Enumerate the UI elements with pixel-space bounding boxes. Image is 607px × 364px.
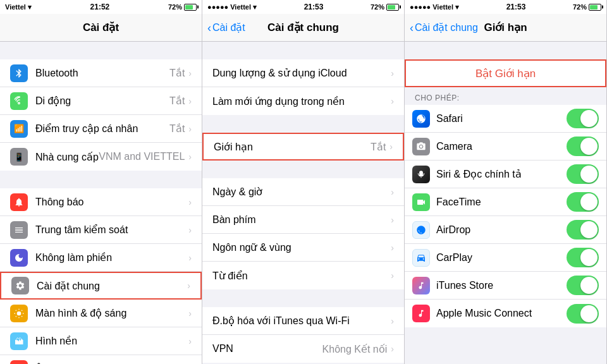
panel-general: ●●●●● Viettel ▾ 21:53 72% ‹ Cài đặt Cài … [202, 0, 405, 364]
safari-icon [412, 110, 430, 128]
carplay-toggle[interactable] [567, 248, 599, 267]
general-group-1: Dung lượng & sử dụng iCloud › Làm mới ứn… [202, 59, 404, 115]
row-carplay[interactable]: CarPlay [405, 244, 606, 272]
row-ban-phim[interactable]: Bàn phím › [202, 206, 404, 234]
ngay-gio-chevron: › [391, 187, 394, 197]
row-di-dong[interactable]: Di động Tắt › [0, 87, 202, 115]
restrictions-group: Safari Camera Siri & Đọc chính tả [405, 105, 606, 327]
hinh-nen-chevron: › [188, 336, 192, 346]
safari-toggle[interactable] [567, 109, 599, 128]
itunes-icon [412, 277, 430, 294]
row-ngay-gio[interactable]: Ngày & giờ › [202, 178, 404, 206]
battery-icon-3 [589, 4, 601, 11]
row-nha-cung-cap[interactable]: 📱 Nhà cung cấp VNM and VIETTEL › [0, 143, 202, 171]
khong-lam-phien-chevron: › [188, 253, 192, 263]
nav-bar-1: Cài đặt [0, 14, 202, 42]
cai-dat-chung-icon [11, 277, 29, 294]
sep-g1 [202, 115, 404, 133]
wifi-icon-1: ▾ [28, 3, 32, 11]
row-am-thanh[interactable]: Âm thanh › [0, 355, 202, 364]
itunes-toggle[interactable] [567, 276, 599, 295]
khong-lam-phien-icon [10, 249, 28, 267]
thong-bao-label: Thông báo [35, 197, 188, 208]
di-dong-label: Di động [35, 95, 169, 107]
row-airdrop[interactable]: AirDrop [405, 216, 606, 244]
row-safari[interactable]: Safari [405, 105, 606, 133]
sep-1 [0, 171, 202, 188]
ngay-gio-label: Ngày & giờ [212, 186, 391, 198]
cai-dat-chung-chevron: › [187, 281, 190, 291]
carplay-label: CarPlay [436, 252, 567, 264]
general-list: Dung lượng & sử dụng iCloud › Làm mới ứn… [202, 42, 404, 364]
ban-phim-label: Bàn phím [212, 214, 391, 226]
row-dbhoa[interactable]: Đ.bộ hóa với iTunes qua Wi-Fi › [202, 307, 404, 335]
row-diem-truy-cap[interactable]: 📶 Điểm truy cập cá nhân Tắt › [0, 115, 202, 143]
status-right-3: 72% [573, 3, 601, 11]
status-right-1: 72% [168, 3, 197, 11]
gioi-han-value: Tắt [371, 141, 386, 153]
facetime-toggle[interactable] [567, 192, 599, 212]
battery-pct-1: 72% [168, 3, 182, 11]
airdrop-toggle[interactable] [567, 220, 599, 240]
apple-music-toggle[interactable] [567, 304, 599, 324]
tu-dien-label: Từ điển [212, 270, 391, 282]
row-bluetooth[interactable]: Bluetooth Tắt › [0, 59, 202, 87]
row-apple-music[interactable]: Apple Music Connect [405, 300, 606, 327]
trung-tam-label: Trung tâm kiểm soát [35, 224, 188, 236]
row-trung-tam[interactable]: Trung tâm kiểm soát › [0, 216, 202, 244]
row-siri[interactable]: Siri & Đọc chính tả [405, 161, 606, 188]
vpn-chevron: › [391, 344, 394, 354]
airdrop-label: AirDrop [436, 224, 567, 236]
row-facetime[interactable]: FaceTime [405, 188, 606, 216]
back-chevron-3: ‹ [410, 22, 414, 33]
cho-phep-header: CHO PHÉP: [405, 87, 606, 105]
airdrop-icon [412, 221, 430, 239]
nha-cung-cap-label: Nhà cung cấp [35, 151, 99, 163]
enable-btn-row[interactable]: Bật Giới hạn [405, 59, 606, 87]
row-man-hinh[interactable]: Màn hình & độ sáng › [0, 300, 202, 327]
status-bar-1: Viettel ▾ 21:52 72% [0, 0, 202, 14]
trung-tam-icon [10, 221, 28, 239]
battery-icon-1 [184, 4, 197, 11]
bluetooth-value: Tắt [169, 67, 185, 79]
row-cai-dat-chung[interactable]: Cài đặt chung › [0, 272, 202, 300]
wifi-icon-3: ▾ [455, 3, 459, 11]
sep-g0 [202, 42, 404, 59]
row-camera[interactable]: Camera [405, 133, 606, 161]
dbhoa-label: Đ.bộ hóa với iTunes qua Wi-Fi [212, 315, 391, 327]
carrier-2: Viettel [230, 3, 251, 11]
cai-dat-chung-label: Cài đặt chung [37, 280, 187, 292]
enable-group: Bật Giới hạn [405, 59, 606, 87]
row-dung-luong[interactable]: Dung lượng & sử dụng iCloud › [202, 59, 404, 87]
diem-truy-cap-value: Tắt [169, 123, 185, 135]
row-ngon-ngu[interactable]: Ngôn ngữ & vùng › [202, 234, 404, 262]
row-itunes[interactable]: iTunes Store [405, 272, 606, 300]
nha-cung-cap-icon: 📱 [10, 148, 28, 166]
row-khong-lam-phien[interactable]: Không làm phiền › [0, 244, 202, 272]
row-tu-dien[interactable]: Từ điển › [202, 262, 404, 289]
ngon-ngu-chevron: › [391, 243, 394, 253]
gioi-han-label: Giới hạn [214, 141, 371, 153]
general-group-3: Ngày & giờ › Bàn phím › Ngôn ngữ & vùng … [202, 178, 404, 289]
siri-toggle[interactable] [567, 164, 599, 184]
back-button-2[interactable]: ‹ Cài đặt [207, 21, 245, 33]
diem-truy-cap-chevron: › [188, 124, 192, 134]
sep-0 [0, 42, 202, 59]
general-group-2: Giới hạn Tắt › [202, 133, 404, 161]
time-1: 21:52 [90, 3, 110, 11]
row-gioi-han[interactable]: Giới hạn Tắt › [202, 133, 404, 161]
dung-luong-chevron: › [391, 68, 394, 78]
row-thong-bao[interactable]: Thông báo › [0, 188, 202, 216]
gioi-han-chevron: › [389, 142, 393, 152]
row-vpn[interactable]: VPN Không Kết nối › [202, 335, 404, 363]
carrier-1: Viettel [5, 3, 26, 11]
facetime-icon [412, 193, 430, 211]
row-hinh-nen[interactable]: 🏔 Hình nền › [0, 327, 202, 355]
back-label-3: Cài đặt chung [415, 21, 478, 33]
sep-r0 [405, 42, 606, 59]
back-button-3[interactable]: ‹ Cài đặt chung [410, 21, 478, 33]
row-lam-moi[interactable]: Làm mới ứng dụng trong nền › [202, 87, 404, 115]
camera-toggle[interactable] [567, 136, 599, 156]
status-bar-2: ●●●●● Viettel ▾ 21:53 72% [202, 0, 404, 14]
nha-cung-cap-chevron: › [188, 152, 192, 162]
